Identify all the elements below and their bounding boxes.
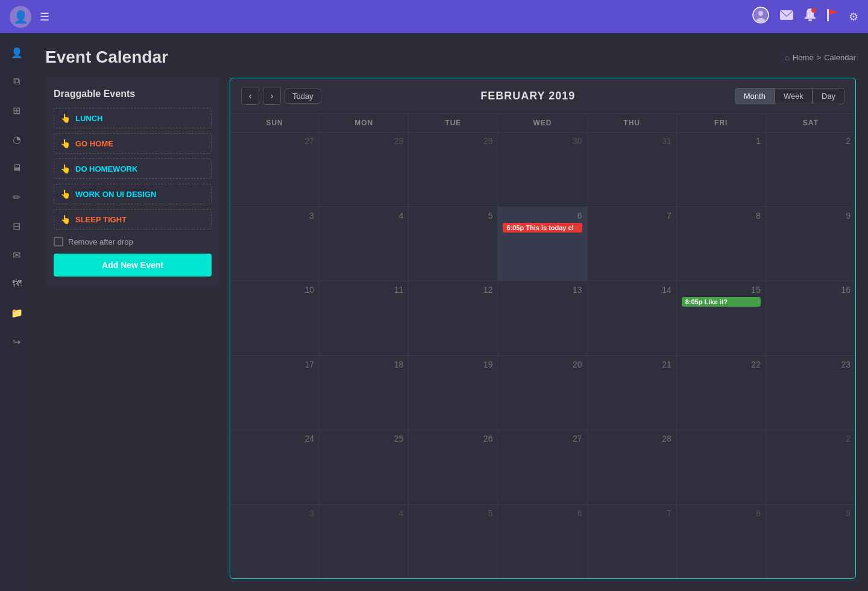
sidebar-icon-monitor[interactable]: 🖥 — [5, 156, 29, 180]
cell-feb25[interactable]: 25 — [319, 430, 409, 504]
cell-feb17[interactable]: 17 — [230, 356, 319, 430]
cell-feb18[interactable]: 18 — [319, 356, 409, 430]
content-area: Event Calendar ⌂ Home > Calendar Draggab… — [33, 33, 868, 591]
event-label-sleeptight: SLEEP TIGHT — [75, 215, 127, 224]
cell-jan29[interactable]: 29 — [409, 133, 498, 207]
cell-feb6[interactable]: 6 6:05p This is today cl — [498, 207, 587, 281]
sidebar-icon-table[interactable]: ⊟ — [5, 214, 29, 238]
gear-icon[interactable]: ⚙ — [849, 10, 858, 23]
cell-feb5[interactable]: 5 — [409, 207, 498, 281]
draggable-event-uidesign[interactable]: 👆 WORK ON UI DESIGN — [54, 184, 212, 204]
navbar-right: ⚙ — [752, 7, 858, 27]
cell-feb1[interactable]: 1 — [677, 133, 766, 207]
week-1: 27 28 29 30 31 1 2 — [230, 133, 855, 207]
cell-feb16[interactable]: 16 — [766, 281, 855, 355]
svg-point-2 — [756, 18, 765, 23]
cell-mar2[interactable]: 2 — [766, 430, 855, 504]
cell-feb21[interactable]: 21 — [588, 356, 677, 430]
draggable-event-sleeptight[interactable]: 👆 SLEEP TIGHT — [54, 209, 212, 230]
cell-feb28[interactable]: 28 — [588, 430, 677, 504]
sidebar-icon-grid[interactable]: ⊞ — [5, 98, 29, 122]
avatar[interactable]: 👤 — [10, 6, 31, 28]
cell-mar8[interactable]: 8 — [677, 505, 766, 579]
add-event-button[interactable]: Add New Event — [54, 254, 212, 277]
calendar-nav: ‹ › Today — [241, 87, 321, 105]
cell-mar3[interactable]: 3 — [230, 505, 319, 579]
cell-feb20[interactable]: 20 — [498, 356, 587, 430]
cell-mar9[interactable]: 9 — [766, 505, 855, 579]
page-title: Event Calendar — [45, 48, 168, 67]
sidebar-icon-edit[interactable]: ✏ — [5, 185, 29, 209]
today-button[interactable]: Today — [285, 89, 321, 104]
calendar-header: ‹ › Today FEBRUARY 2019 Month Week Day — [230, 78, 855, 114]
cell-feb14[interactable]: 14 — [588, 281, 677, 355]
view-week-button[interactable]: Week — [775, 88, 813, 104]
cell-jan27[interactable]: 27 — [230, 133, 319, 207]
cell-feb4[interactable]: 4 — [319, 207, 409, 281]
cell-jan30[interactable]: 30 — [498, 133, 587, 207]
cell-mar4[interactable]: 4 — [319, 505, 409, 579]
event-today: 6:05p This is today cl — [503, 223, 582, 233]
cell-feb9[interactable]: 9 — [766, 207, 855, 281]
sidebar-icon-user[interactable]: 👤 — [5, 40, 29, 64]
svg-marker-7 — [829, 9, 838, 15]
avatar-icon[interactable] — [752, 7, 769, 27]
remove-checkbox[interactable] — [54, 237, 63, 246]
next-button[interactable]: › — [263, 87, 281, 105]
cell-feb10[interactable]: 10 — [230, 281, 319, 355]
sidebar-icon-map[interactable]: 🗺 — [5, 272, 29, 296]
home-icon: ⌂ — [785, 53, 790, 62]
menu-icon[interactable]: ☰ — [40, 10, 49, 23]
draggable-event-gohome[interactable]: 👆 GO HOME — [54, 133, 212, 154]
cell-feb13[interactable]: 13 — [498, 281, 587, 355]
draggable-event-lunch[interactable]: 👆 LUNCH — [54, 108, 212, 128]
day-sun: SUN — [230, 114, 319, 132]
cell-feb7[interactable]: 7 — [588, 207, 677, 281]
cell-mar5[interactable]: 5 — [409, 505, 498, 579]
event-icon-gohome: 👆 — [60, 139, 71, 148]
sidebar-icon-redo[interactable]: ↪ — [5, 330, 29, 354]
two-col-layout: Draggable Events 👆 LUNCH 👆 GO HOME 👆 DO … — [45, 78, 856, 579]
top-navbar: 👤 ☰ ⚙ — [0, 0, 868, 33]
draggable-event-homework[interactable]: 👆 DO HOMEWORK — [54, 158, 212, 179]
view-month-button[interactable]: Month — [735, 88, 775, 104]
event-label-homework: DO HOMEWORK — [75, 164, 137, 174]
sidebar-icon-folder[interactable]: 📁 — [5, 301, 29, 325]
cell-feb24[interactable]: 24 — [230, 430, 319, 504]
sidebar-icon-mail[interactable]: ✉ — [5, 243, 29, 267]
event-icon-sleeptight: 👆 — [60, 214, 71, 224]
week-6: 3 4 5 6 7 8 9 — [230, 505, 855, 579]
breadcrumb: ⌂ Home > Calendar — [785, 53, 856, 62]
mail-icon[interactable] — [780, 10, 793, 23]
cell-jan28[interactable]: 28 — [319, 133, 409, 207]
cell-feb11[interactable]: 11 — [319, 281, 409, 355]
cell-feb3[interactable]: 3 — [230, 207, 319, 281]
sidebar-icon-copy[interactable]: ⧉ — [5, 69, 29, 93]
cell-feb27[interactable]: 27 — [498, 430, 587, 504]
day-mon: MON — [319, 114, 409, 132]
cell-feb26[interactable]: 26 — [409, 430, 498, 504]
prev-button[interactable]: ‹ — [241, 87, 259, 105]
cell-mar1[interactable] — [677, 430, 766, 504]
cell-mar6[interactable]: 6 — [498, 505, 587, 579]
event-label-uidesign: WORK ON UI DESIGN — [75, 190, 156, 199]
view-day-button[interactable]: Day — [813, 88, 844, 104]
week-2: 3 4 5 6 6:05p This is today cl 7 8 — [230, 207, 855, 282]
breadcrumb-current: Calendar — [824, 53, 856, 62]
flag-icon[interactable] — [827, 9, 838, 24]
cell-feb19[interactable]: 19 — [409, 356, 498, 430]
cell-mar7[interactable]: 7 — [588, 505, 677, 579]
event-icon-homework: 👆 — [60, 164, 71, 174]
cell-feb22[interactable]: 22 — [677, 356, 766, 430]
bell-icon[interactable] — [804, 8, 816, 25]
sidebar-icon-pie[interactable]: ◔ — [5, 127, 29, 151]
events-panel: Draggable Events 👆 LUNCH 👆 GO HOME 👆 DO … — [45, 78, 220, 287]
cell-feb2[interactable]: 2 — [766, 133, 855, 207]
cell-feb15[interactable]: 15 8:05p Like it? — [677, 281, 766, 355]
cell-feb23[interactable]: 23 — [766, 356, 855, 430]
navbar-left: 👤 ☰ — [10, 6, 49, 28]
calendar-title: FEBRUARY 2019 — [480, 90, 575, 102]
cell-feb8[interactable]: 8 — [677, 207, 766, 281]
cell-jan31[interactable]: 31 — [588, 133, 677, 207]
cell-feb12[interactable]: 12 — [409, 281, 498, 355]
